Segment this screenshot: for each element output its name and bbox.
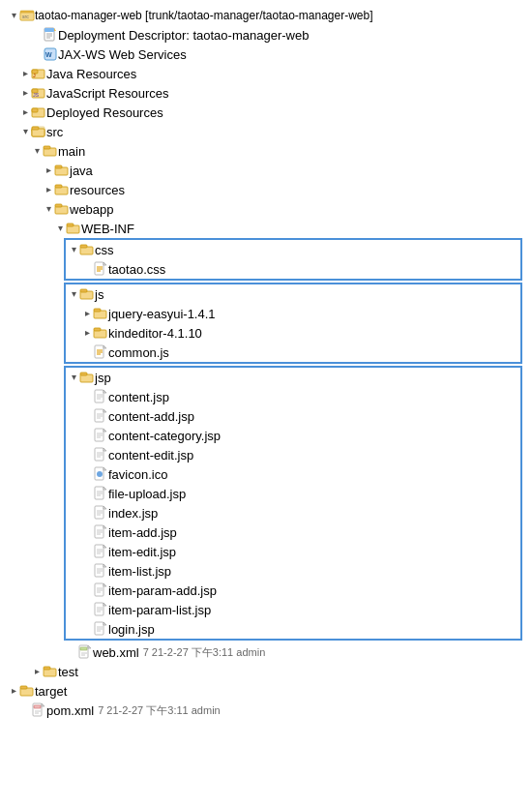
- item-label: common.js: [108, 345, 169, 360]
- jsp-file-icon4: [93, 447, 108, 463]
- tree-item-jax-ws[interactable]: W JAX-WS Web Services: [4, 45, 528, 64]
- item-label: resources: [70, 183, 125, 197]
- item-label: css: [95, 243, 114, 257]
- no-toggle: [81, 584, 93, 596]
- toggle-deployed-resources[interactable]: [19, 106, 31, 118]
- svg-marker-78: [103, 487, 106, 490]
- tree-item-content-add-jsp[interactable]: content-add.jsp: [66, 406, 520, 426]
- item-label: favicon.ico: [108, 467, 167, 482]
- no-toggle: [31, 48, 43, 60]
- js-file-icon: [93, 344, 108, 360]
- tree-item-java[interactable]: java: [4, 161, 528, 180]
- jsp-file-icon: [93, 389, 108, 404]
- no-toggle: [81, 604, 93, 615]
- tree-item-item-list-jsp[interactable]: item-list.jsp: [66, 561, 520, 581]
- tree-item-target[interactable]: target: [4, 681, 528, 701]
- toggle-kindeditor[interactable]: [81, 327, 93, 339]
- tree-item-src[interactable]: src: [4, 122, 528, 141]
- toggle-jquery[interactable]: [81, 308, 93, 319]
- no-toggle: [81, 526, 93, 538]
- toggle-css[interactable]: [68, 244, 79, 255]
- item-label: jsp: [95, 371, 111, 385]
- svg-marker-37: [103, 262, 106, 265]
- item-label: content-add.jsp: [108, 409, 194, 424]
- svg-rect-35: [80, 245, 87, 248]
- tree-item-java-resources[interactable]: J Java Resources: [4, 64, 528, 83]
- svg-rect-33: [67, 224, 74, 226]
- test-folder-icon: [43, 664, 58, 679]
- tree-item-jsp[interactable]: jsp: [66, 368, 520, 387]
- tree-item-jquery[interactable]: jquery-easyui-1.4.1: [66, 304, 520, 323]
- tree-item-common-js[interactable]: common.js: [66, 343, 520, 362]
- toggle-js-resources[interactable]: [19, 87, 31, 99]
- src-folder-icon: [31, 124, 46, 139]
- js-resources-icon: JS: [31, 85, 46, 101]
- tree-item-deployed-resources[interactable]: Deployed Resources: [4, 103, 528, 122]
- tree-item-index-jsp[interactable]: index.jsp: [66, 503, 520, 522]
- tree-item-item-add-jsp[interactable]: item-add.jsp: [66, 522, 520, 542]
- tree-item-taotao-css[interactable]: taotao.css: [66, 259, 520, 279]
- no-toggle: [19, 704, 31, 716]
- tree-item-css[interactable]: css: [66, 240, 520, 259]
- tree-item-deployment-descriptor[interactable]: Deployment Descriptor: taotao-manager-we…: [4, 25, 528, 45]
- no-toggle: [81, 546, 93, 557]
- item-label: js: [95, 287, 103, 302]
- tree-item-item-param-add-jsp[interactable]: item-param-add.jsp: [66, 581, 520, 600]
- tree-item-test[interactable]: test: [4, 662, 528, 681]
- toggle-src[interactable]: [19, 126, 31, 137]
- item-label: item-edit.jsp: [108, 545, 176, 559]
- tree-item-pom-xml[interactable]: pom.xml 7 21-2-27 下午3:11 admin: [4, 701, 528, 720]
- toggle-main[interactable]: [31, 145, 43, 157]
- jsp-file-icon12: [93, 621, 108, 637]
- tree-item-js-resources[interactable]: JS JavaScript Resources: [4, 83, 528, 103]
- toggle-target[interactable]: [8, 685, 19, 697]
- tree-item-favicon-ico[interactable]: favicon.ico: [66, 464, 520, 484]
- tree-item-item-edit-jsp[interactable]: item-edit.jsp: [66, 542, 520, 561]
- svg-marker-118: [88, 645, 91, 648]
- tree-item-js[interactable]: js: [66, 284, 520, 304]
- tree-item-content-jsp[interactable]: content.jsp: [66, 387, 520, 406]
- tree-item-kindeditor[interactable]: kindeditor-4.1.10: [66, 323, 520, 343]
- toggle-test[interactable]: [31, 666, 43, 677]
- tree-item-main[interactable]: main: [4, 141, 528, 161]
- jsp-file-icon3: [93, 428, 108, 443]
- tree-item-content-edit-jsp[interactable]: content-edit.jsp: [66, 445, 520, 464]
- toggle-web-inf[interactable]: [54, 223, 66, 234]
- svg-marker-65: [103, 429, 106, 432]
- item-label: target: [35, 684, 67, 699]
- toggle-java-resources[interactable]: [19, 68, 31, 79]
- jsp-file-icon8: [93, 544, 108, 559]
- tree-item-web-xml[interactable]: web.xml 7 21-2-27 下午3:11 admin: [4, 642, 528, 662]
- tree-item-item-param-list-jsp[interactable]: item-param-list.jsp: [66, 600, 520, 619]
- toggle-js[interactable]: [68, 288, 79, 300]
- toggle-webapp[interactable]: [43, 203, 54, 215]
- root-toggle[interactable]: [8, 10, 19, 21]
- tree-item-content-category-jsp[interactable]: content-category.jsp: [66, 426, 520, 445]
- item-label: WEB-INF: [81, 222, 134, 236]
- tree-item-file-upload-jsp[interactable]: file-upload.jsp: [66, 484, 520, 503]
- svg-rect-25: [44, 146, 50, 149]
- item-label: item-list.jsp: [108, 564, 171, 579]
- svg-rect-123: [44, 667, 50, 670]
- item-label: jquery-easyui-1.4.1: [108, 307, 216, 321]
- toggle-java[interactable]: [43, 164, 54, 176]
- tree-item-login-jsp[interactable]: login.jsp: [66, 619, 520, 639]
- tree-root[interactable]: src taotao-manager-web [trunk/taotao-man…: [4, 6, 528, 25]
- svg-text:JS: JS: [33, 92, 40, 98]
- jquery-folder-icon: [93, 306, 108, 321]
- svg-rect-42: [80, 289, 87, 292]
- tree-item-web-inf[interactable]: WEB-INF: [4, 219, 528, 238]
- tree-item-webapp[interactable]: webapp: [4, 199, 528, 219]
- no-toggle: [81, 430, 93, 441]
- no-toggle: [81, 488, 93, 499]
- pom-xml-meta: 7 21-2-27 下午3:11 admin: [98, 703, 221, 718]
- tree-item-resources[interactable]: resources: [4, 180, 528, 199]
- item-label: content.jsp: [108, 390, 169, 404]
- webservice-icon: W: [43, 46, 58, 62]
- item-label: content-edit.jsp: [108, 448, 193, 463]
- kindeditor-folder-icon: [93, 325, 108, 341]
- toggle-jsp[interactable]: [68, 372, 79, 383]
- jsp-file-icon5: [93, 486, 108, 501]
- toggle-resources[interactable]: [43, 184, 54, 195]
- jsp-file-icon6: [93, 505, 108, 521]
